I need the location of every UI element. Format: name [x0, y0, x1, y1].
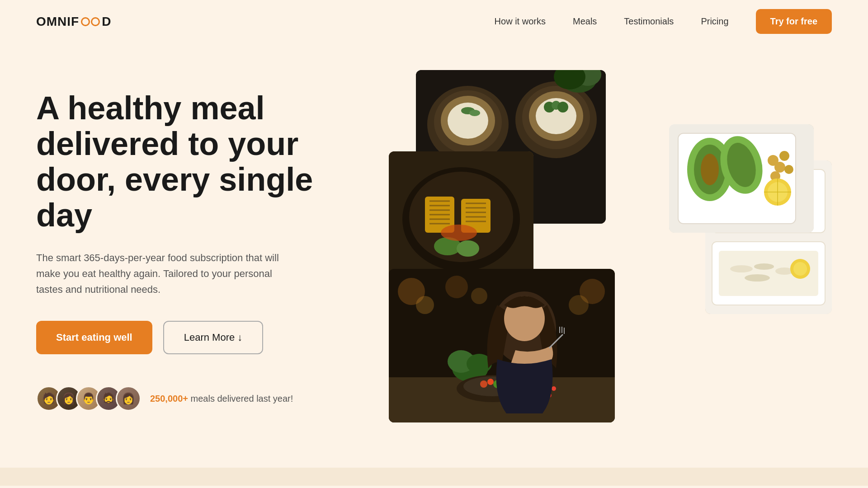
image-collage	[389, 70, 832, 432]
svg-point-83	[416, 296, 434, 314]
svg-point-13	[557, 102, 568, 113]
svg-point-87	[569, 295, 589, 315]
nav-how-it-works[interactable]: How it works	[495, 16, 546, 27]
logo-icon	[80, 17, 100, 26]
svg-point-47	[701, 154, 719, 185]
svg-point-80	[793, 262, 807, 276]
avatar-group: 🧑 👩 👨 🧔 👩	[36, 386, 141, 411]
bottom-bar	[0, 468, 868, 486]
try-for-free-button[interactable]: Try for free	[756, 9, 832, 34]
nav-testimonials[interactable]: Testimonials	[624, 16, 674, 27]
svg-point-85	[471, 288, 487, 304]
svg-point-96	[480, 380, 487, 388]
svg-point-75	[730, 265, 753, 272]
meals-count: 250,000+	[150, 394, 188, 404]
social-proof: 🧑 👩 👨 🧔 👩 250,000+ meals delivered last …	[36, 386, 353, 411]
hero-title: A healthy meal delivered to your door, e…	[36, 90, 353, 234]
header: OMNIF D How it works Meals Testimonials …	[0, 0, 868, 43]
face-icon: 👩	[117, 387, 140, 410]
logo-circle-left	[81, 17, 90, 26]
logo-circle-right	[91, 17, 100, 26]
svg-point-52	[774, 162, 785, 173]
hero-section: A healthy meal delivered to your door, e…	[0, 43, 868, 468]
svg-point-78	[745, 274, 770, 282]
start-eating-well-button[interactable]: Start eating well	[36, 321, 152, 354]
avatar: 👩	[116, 386, 141, 411]
nav-pricing[interactable]: Pricing	[701, 16, 728, 27]
main-nav: How it works Meals Testimonials Pricing …	[495, 9, 832, 34]
svg-point-97	[487, 379, 494, 385]
logo: OMNIF D	[36, 14, 111, 29]
learn-more-button[interactable]: Learn More ↓	[163, 321, 264, 354]
food-image-grilled	[389, 151, 533, 278]
svg-point-84	[445, 276, 468, 298]
logo-text-after: D	[102, 14, 111, 29]
hero-subtitle: The smart 365-days-per-year food subscri…	[36, 250, 298, 298]
hero-text-container: A healthy meal delivered to your door, e…	[36, 90, 353, 411]
svg-point-42	[441, 225, 477, 241]
logo-text-before: OMNIF	[36, 14, 79, 29]
svg-point-6	[469, 110, 480, 116]
svg-point-51	[779, 151, 789, 161]
food-image-container-1	[669, 124, 814, 233]
svg-point-101	[552, 386, 556, 391]
hero-images	[389, 70, 832, 432]
meals-text: meals delivered last year!	[188, 394, 293, 404]
svg-point-76	[754, 263, 774, 270]
social-proof-text: 250,000+ meals delivered last year!	[150, 394, 293, 404]
food-image-woman-eating	[389, 269, 615, 422]
nav-meals[interactable]: Meals	[573, 16, 597, 27]
hero-buttons: Start eating well Learn More ↓	[36, 321, 353, 354]
svg-point-41	[457, 240, 479, 257]
svg-point-53	[784, 165, 793, 174]
